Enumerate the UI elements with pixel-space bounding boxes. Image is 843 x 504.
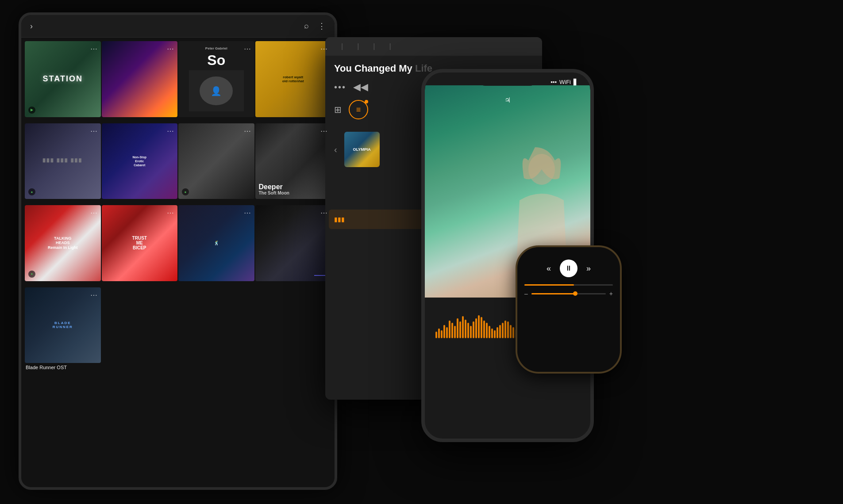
album-menu-icon[interactable]: ⋯ [167, 209, 174, 217]
album-menu-icon[interactable]: ⋯ [244, 127, 251, 135]
album-menu-icon[interactable]: ⋯ [320, 127, 327, 135]
watch-progress-fill [524, 284, 574, 286]
volume-high-icon: + [609, 290, 613, 297]
queue-tab-icon[interactable]: ⊞ [334, 104, 342, 115]
search-icon[interactable]: ⌕ [304, 21, 309, 31]
watch-pause-button[interactable]: ⏸ [560, 260, 577, 277]
album-menu-icon[interactable]: ⋯ [90, 291, 97, 299]
album-grid: STATION⋯▶ ⋯ Peter Gabriel So 👤 ⋯ [21, 38, 335, 377]
signal-icon: ▪▪▪ [550, 79, 557, 85]
watch-crown[interactable] [620, 283, 622, 300]
album-menu-icon[interactable]: ⋯ [244, 45, 251, 53]
album-cell-station[interactable]: STATION⋯▶ [25, 41, 101, 122]
rewind-button[interactable]: ◀◀ [353, 81, 368, 93]
equalizer-icon: ≡ [356, 105, 361, 115]
watch-controls: « ⏸ » [524, 260, 613, 277]
album-menu-icon[interactable]: ⋯ [167, 127, 174, 135]
equalizer-bars-icon: ▮▮▮ [334, 216, 345, 223]
album-menu-icon[interactable]: ⋯ [167, 45, 174, 53]
album-cell-bicep[interactable]: TRUSTMEBICEP⋯ [102, 205, 178, 286]
watch-rewind-button[interactable]: « [547, 264, 551, 273]
album-menu-icon[interactable]: ⋯ [90, 45, 97, 53]
phone-notch [477, 73, 539, 86]
album-cell-remain[interactable]: TALKINGHEADSRemain In Light⋯● [25, 205, 101, 286]
watch-volume-fill [531, 293, 576, 294]
more-vert-icon[interactable]: ⋮ [318, 21, 326, 31]
wifi-icon: WiFi [559, 79, 571, 85]
album-cell-deeper[interactable]: DeeperThe Soft Moon⋯ [255, 123, 331, 205]
album-menu-icon[interactable]: ⋯ [320, 45, 327, 53]
album-menu-icon[interactable]: ⋯ [320, 209, 327, 217]
status-icons: ▪▪▪ WiFi ▋ [550, 79, 578, 85]
mini-album-art[interactable]: OLYMPIA [344, 132, 380, 167]
watch-progress-bar[interactable] [524, 284, 613, 286]
album-cell-returning[interactable]: ⋯ [102, 41, 178, 122]
album-menu-icon[interactable]: ⋯ [90, 209, 97, 217]
watch-volume-bar[interactable] [531, 293, 606, 294]
equalizer-tab[interactable]: ≡ [349, 100, 368, 119]
album-cell-joyland[interactable]: ⋯ [255, 205, 331, 286]
austra-symbol-icon: ♃ [504, 96, 511, 104]
album-cell-criminal[interactable]: ⋯● [178, 123, 254, 205]
watch-device: « ⏸ » – + [516, 245, 622, 374]
chevron-down-icon[interactable]: › [30, 22, 33, 31]
pause-icon: ⏸ [565, 264, 572, 272]
watch-volume-row: – + [524, 290, 613, 297]
watch-volume-knob[interactable] [573, 291, 577, 296]
watch-forward-button[interactable]: » [586, 264, 591, 273]
chevron-left-icon[interactable]: ‹ [334, 145, 337, 155]
album-menu-icon[interactable]: ⋯ [244, 209, 251, 217]
album-cell-bladerunner[interactable]: BLADERUNNER⋯ Blade Runner OST [25, 287, 101, 374]
tablet-header: › ⌕ ⋮ [21, 15, 335, 38]
album-menu-icon[interactable]: ⋯ [90, 127, 97, 135]
menu-dots[interactable]: ••• [334, 82, 346, 92]
album-cell-destroyer[interactable]: 🕺⋯ [178, 205, 254, 286]
album-cell-oldrottenhat[interactable]: robert wyattold rottenhat⋯ [255, 41, 331, 122]
album-cell-nonstop[interactable]: Non-StopEroticCabaret⋯ [102, 123, 178, 205]
battery-icon: ▋ [574, 79, 578, 85]
volume-low-icon: – [524, 290, 528, 297]
album-cell-so[interactable]: Peter Gabriel So 👤 ⋯ [178, 41, 254, 122]
album-name: Blade Runner OST [26, 365, 100, 370]
format-bar: | | | | [325, 37, 542, 56]
tablet-device: › ⌕ ⋮ STATION⋯▶ ⋯ Peter Gabriel [19, 12, 337, 490]
album-cell-fuckt[interactable]: ▓▓▓ ▓▓▓ ▓▓▓⋯● [25, 123, 101, 205]
